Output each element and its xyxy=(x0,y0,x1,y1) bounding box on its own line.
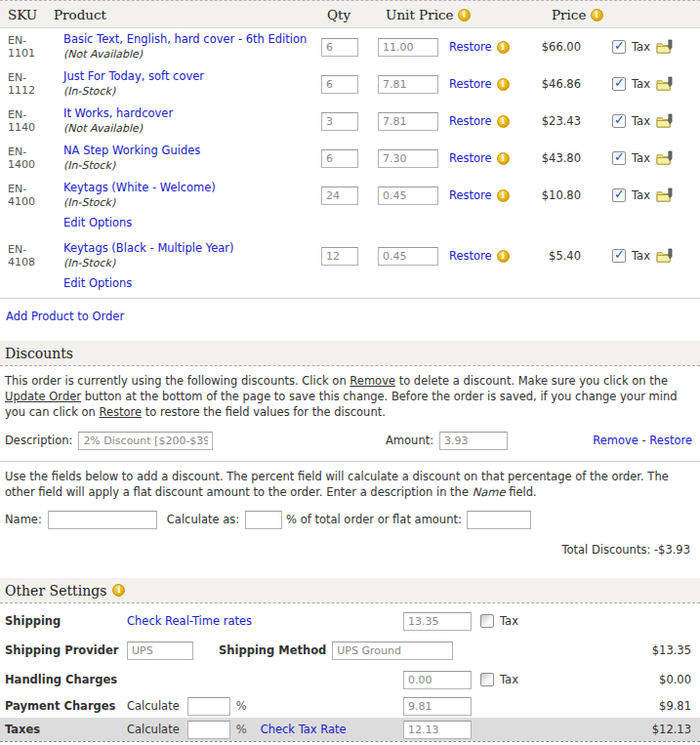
discount-name-input[interactable] xyxy=(48,511,157,529)
product-link[interactable]: Keytags (Black - Multiple Year) xyxy=(63,241,234,255)
sku-value: EN-1101 xyxy=(0,34,54,60)
sku-value: EN-4108 xyxy=(0,243,54,269)
product-link[interactable]: Basic Text, English, hard cover - 6th Ed… xyxy=(63,32,307,46)
taxes-amount-value: $12.13 xyxy=(652,723,691,736)
calculate-label: Calculate xyxy=(127,723,180,736)
restore-inline-link[interactable]: Restore xyxy=(99,405,142,419)
taxes-percent-input[interactable] xyxy=(187,721,230,739)
tax-label: Tax xyxy=(500,673,518,686)
shipping-tax-checkbox[interactable] xyxy=(480,614,494,628)
check-realtime-rates-link[interactable]: Check Real-Time rates xyxy=(127,614,252,628)
restore-link[interactable]: Restore xyxy=(449,249,492,263)
restore-discount-link[interactable]: Restore xyxy=(649,434,692,447)
qty-input[interactable] xyxy=(321,186,358,205)
qty-input[interactable] xyxy=(321,38,358,57)
restore-link[interactable]: Restore xyxy=(449,77,492,91)
qty-input[interactable] xyxy=(321,247,358,266)
info-icon[interactable] xyxy=(458,9,471,21)
tax-label: Tax xyxy=(632,40,650,54)
remove-discount-link[interactable]: Remove xyxy=(593,434,638,447)
taxes-amount-input[interactable] xyxy=(403,721,472,739)
product-link[interactable]: Keytags (White - Welcome) xyxy=(63,181,216,194)
unit-price-input[interactable] xyxy=(378,112,438,131)
info-icon[interactable] xyxy=(497,115,510,128)
shipping-provider-row: Shipping Provider Shipping Method $13.35 xyxy=(0,636,700,665)
unit-price-input[interactable] xyxy=(378,149,438,168)
qty-input[interactable] xyxy=(321,112,358,131)
column-header-sku: SKU xyxy=(0,7,54,22)
check-tax-rate-link[interactable]: Check Tax Rate xyxy=(261,723,347,736)
table-row: EN-4100 Keytags (White - Welcome) (In-St… xyxy=(0,177,700,214)
edit-options-link[interactable]: Edit Options xyxy=(63,216,132,229)
unit-price-input[interactable] xyxy=(378,38,438,57)
qty-input[interactable] xyxy=(321,149,358,168)
info-icon[interactable] xyxy=(497,250,510,263)
unit-price-input[interactable] xyxy=(378,186,438,205)
info-icon[interactable] xyxy=(591,9,603,21)
remove-inline-link[interactable]: Remove xyxy=(350,374,395,388)
intro-text-2: to delete a discount. Make sure you clic… xyxy=(395,374,668,388)
discounts-title: Discounts xyxy=(5,346,73,361)
info-icon[interactable] xyxy=(112,584,125,597)
shipping-row: Shipping Check Real-Time rates Tax xyxy=(0,606,700,636)
availability-text: (In-Stock) xyxy=(63,85,115,98)
tax-checkbox[interactable] xyxy=(612,151,626,165)
taxes-row: Taxes Calculate % Check Tax Rate $12.13 xyxy=(0,718,700,741)
column-header-price: Price xyxy=(532,7,583,22)
notes-icon[interactable] xyxy=(656,187,675,203)
description-input[interactable] xyxy=(78,432,213,450)
payment-amount-input[interactable] xyxy=(403,697,472,716)
info-icon[interactable] xyxy=(497,152,510,165)
unit-price-input[interactable] xyxy=(378,75,438,94)
amount-input[interactable] xyxy=(439,432,508,450)
update-order-inline-link[interactable]: Update Order xyxy=(5,390,81,403)
tax-checkbox[interactable] xyxy=(612,114,626,128)
shipping-provider-input[interactable] xyxy=(127,642,193,660)
restore-link[interactable]: Restore xyxy=(449,114,492,128)
add-product-link[interactable]: Add Product to Order xyxy=(6,310,124,323)
price-value: $23.43 xyxy=(532,114,583,128)
product-link[interactable]: NA Step Working Guides xyxy=(63,144,200,157)
shipping-amount-input[interactable] xyxy=(403,612,472,631)
product-link[interactable]: It Works, hardcover xyxy=(63,106,173,120)
notes-icon[interactable] xyxy=(656,150,675,166)
restore-link[interactable]: Restore xyxy=(449,151,492,165)
notes-icon[interactable] xyxy=(656,248,675,264)
notes-icon[interactable] xyxy=(656,39,675,55)
restore-link[interactable]: Restore xyxy=(449,40,492,54)
handling-tax-checkbox[interactable] xyxy=(480,673,494,686)
info-icon[interactable] xyxy=(497,41,510,54)
qty-input[interactable] xyxy=(321,75,358,94)
restore-link[interactable]: Restore xyxy=(449,188,492,202)
discount-flat-amount-input[interactable] xyxy=(467,511,531,529)
order-edit-page: SKU Product Qty Unit Price Price EN-1101… xyxy=(0,0,700,745)
payment-charges-row: Payment Charges Calculate % $9.81 xyxy=(0,694,700,718)
tax-label: Tax xyxy=(632,114,650,128)
payment-percent-input[interactable] xyxy=(187,697,230,716)
discount-percent-input[interactable] xyxy=(245,511,282,529)
product-link[interactable]: Just For Today, soft cover xyxy=(63,69,204,83)
handling-amount-input[interactable] xyxy=(403,671,472,689)
notes-icon[interactable] xyxy=(656,76,675,92)
percent-sign: % xyxy=(236,699,247,713)
notes-icon[interactable] xyxy=(656,113,675,129)
price-value: $5.40 xyxy=(532,249,583,263)
unit-price-input[interactable] xyxy=(378,247,438,266)
tax-checkbox[interactable] xyxy=(612,188,626,202)
tax-checkbox[interactable] xyxy=(612,77,626,91)
sku-value: EN-4100 xyxy=(0,183,54,208)
payment-amount-value: $9.81 xyxy=(659,699,691,713)
price-value: $66.00 xyxy=(532,40,583,54)
total-discounts-value: -$3.93 xyxy=(654,543,690,557)
shipping-method-input[interactable] xyxy=(332,642,453,660)
calculate-as-label: Calculate as: xyxy=(167,513,239,526)
product-table-header: SKU Product Qty Unit Price Price xyxy=(0,0,700,28)
info-icon[interactable] xyxy=(497,189,510,202)
calculate-label: Calculate xyxy=(127,699,180,713)
tax-checkbox[interactable] xyxy=(612,249,626,263)
tax-checkbox[interactable] xyxy=(612,40,626,54)
intro-text-1: This order is currently using the follow… xyxy=(5,374,350,388)
info-icon[interactable] xyxy=(497,78,510,91)
edit-options-link[interactable]: Edit Options xyxy=(63,276,132,290)
other-settings-title: Other Settings xyxy=(5,583,106,599)
